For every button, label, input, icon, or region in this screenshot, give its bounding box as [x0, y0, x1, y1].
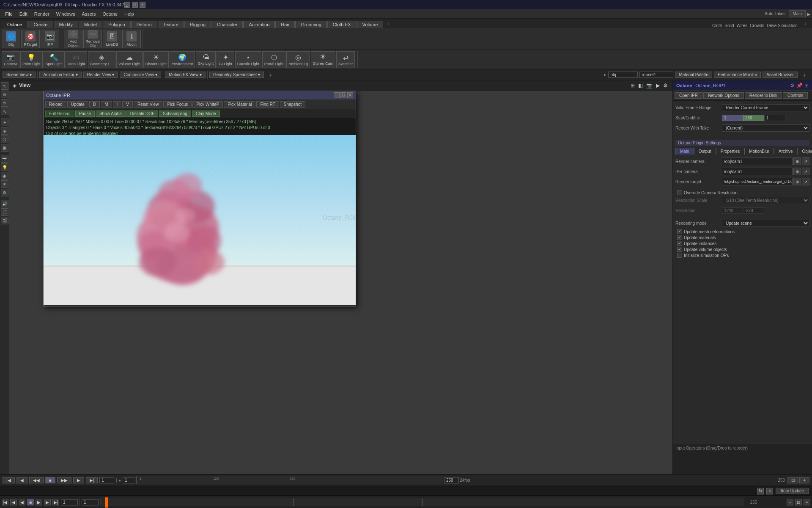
- animation-editor-dropdown[interactable]: Animation Editor ▾: [39, 72, 81, 78]
- resolution-scale-dropdown[interactable]: 1/10 (One Tenth Resolution) 1/2 1/4 Full: [722, 197, 809, 204]
- maximize-button[interactable]: □: [132, 2, 138, 8]
- sidebar-tool3[interactable]: ⬡: [1, 135, 8, 143]
- sidebar-visibility[interactable]: 👁: [1, 180, 8, 188]
- menu-windows[interactable]: Windows: [53, 11, 79, 17]
- tab-polygon[interactable]: Polygon: [103, 21, 131, 28]
- timeline-next-btn[interactable]: ▶: [44, 499, 51, 505]
- sidebar-transform[interactable]: ⊕: [1, 91, 8, 98]
- material-palette-btn[interactable]: Material Palette: [675, 72, 712, 78]
- bottom-stop-btn[interactable]: ■: [45, 477, 55, 483]
- ipr-render-output[interactable]: Octane_ROP1: [44, 135, 356, 305]
- tool-remove-obj[interactable]: ➖ Remove Obj: [83, 30, 102, 48]
- timeline-play-btn[interactable]: ▶: [36, 499, 42, 505]
- view-settings-icon[interactable]: ⚙: [662, 83, 669, 88]
- timeline-stop-btn[interactable]: ■: [27, 499, 34, 505]
- ipr-show-alpha-button[interactable]: Show Alpha: [96, 110, 126, 117]
- timeline-play-back-btn[interactable]: ◀: [19, 499, 25, 505]
- override-camera-res-checkbox[interactable]: [677, 190, 682, 195]
- tl-zoom-out-btn[interactable]: −: [787, 499, 793, 505]
- valid-frame-range-dropdown[interactable]: Render Current Frame Render Frame Range: [722, 104, 809, 111]
- bottom-end-btn[interactable]: ▶|: [86, 477, 98, 483]
- ipr-reload-button[interactable]: Reload: [45, 101, 66, 108]
- resolution-width-input[interactable]: [722, 207, 743, 214]
- timeline-track[interactable]: [100, 498, 743, 506]
- ipr-pick-material-button[interactable]: Pick Material: [224, 101, 255, 108]
- expand-icon[interactable]: ▸: [807, 11, 810, 17]
- rp-expand-icon[interactable]: ⊞: [804, 83, 809, 88]
- start-frame-input[interactable]: [722, 115, 743, 121]
- obj-input[interactable]: [608, 72, 638, 78]
- plugin-tab-motionblur[interactable]: MotionBlur: [744, 148, 774, 155]
- update-volume-checkbox[interactable]: ✓: [677, 247, 682, 252]
- ipr-minimize-button[interactable]: _: [334, 92, 340, 98]
- zoom-fit-btn[interactable]: ⊡: [787, 477, 798, 483]
- render-to-disk-button[interactable]: Render to Disk: [745, 92, 782, 99]
- ipr-pick-focus-button[interactable]: Pick Focus: [163, 101, 192, 108]
- sidebar-tool2[interactable]: ◈: [1, 127, 8, 135]
- ipr-camera-nav-btn[interactable]: ↗: [802, 168, 809, 175]
- ipr-pause-button[interactable]: Pause: [75, 110, 95, 117]
- tool-livedb[interactable]: 🗄 LiveDB: [103, 30, 121, 48]
- tab-texture[interactable]: Texture: [158, 21, 184, 28]
- viewport[interactable]: Octane IPR _ □ × Reload Update D M I V R…: [9, 91, 672, 486]
- asset-browser-btn[interactable]: Asset Browser: [763, 72, 797, 78]
- tl-zoom-fit-btn[interactable]: ⊡: [795, 499, 802, 505]
- add-panel-button[interactable]: +: [799, 71, 809, 79]
- sidebar-rotate[interactable]: ↻: [1, 99, 8, 107]
- rp-pin-icon[interactable]: 📌: [796, 83, 803, 88]
- auto-update-button[interactable]: Auto Update: [776, 488, 809, 494]
- update-materials-checkbox[interactable]: ✓: [677, 235, 682, 240]
- ipr-camera-pick-btn[interactable]: ⊕: [793, 168, 801, 175]
- sidebar-tool5[interactable]: ⚙: [1, 189, 8, 196]
- sidebar-tool8[interactable]: 🎬: [1, 217, 8, 224]
- ipr-reset-view-button[interactable]: Reset View: [134, 101, 162, 108]
- tool-geometry-l[interactable]: ◈ Geometry L...: [88, 51, 115, 68]
- close-button[interactable]: ×: [140, 2, 145, 8]
- network-options-button[interactable]: Network Options: [703, 92, 744, 99]
- tab-grooming[interactable]: Grooming: [295, 21, 326, 28]
- menu-octane[interactable]: Octane: [99, 11, 121, 17]
- tool-gi-light[interactable]: ✦ GI Light: [217, 51, 234, 68]
- ipr-d-button[interactable]: D: [89, 101, 100, 108]
- plugin-tab-properties[interactable]: Properties: [716, 148, 745, 155]
- bottom-start-btn[interactable]: |◀: [3, 477, 15, 483]
- tab-volume[interactable]: Volume: [357, 21, 384, 28]
- add-shelf-button[interactable]: +: [384, 19, 394, 28]
- ipr-close-button[interactable]: ×: [347, 92, 353, 98]
- controls-button[interactable]: Controls: [783, 92, 808, 99]
- sidebar-camera[interactable]: 📷: [1, 155, 8, 163]
- ipr-find-rt-button[interactable]: Find RT: [256, 101, 279, 108]
- tool-environment[interactable]: 🌍 Environment: [170, 51, 195, 68]
- geometry-spreadsheet-dropdown[interactable]: Geometry Spreadsheet ▾: [209, 72, 264, 78]
- bottom-prev-btn[interactable]: ◀: [16, 477, 27, 483]
- resolution-height-input[interactable]: [744, 207, 765, 214]
- open-ipr-button[interactable]: Open IPR: [675, 92, 702, 99]
- timeline-start-btn[interactable]: |◀: [2, 499, 8, 505]
- end-frame-display[interactable]: [444, 477, 459, 483]
- menu-file[interactable]: File: [2, 11, 16, 17]
- tool-add-object[interactable]: ➕ Add Object: [64, 30, 82, 48]
- main-label[interactable]: Main: [789, 10, 806, 17]
- tool-caustic-light[interactable]: ⋆ Caustic Light: [235, 51, 261, 68]
- timeline-prev-btn[interactable]: ◀: [10, 499, 17, 505]
- tab-modify[interactable]: Modify: [54, 21, 78, 28]
- network-input[interactable]: [639, 72, 673, 78]
- render-status-icon[interactable]: ○: [766, 488, 773, 494]
- update-mesh-checkbox[interactable]: ✓: [677, 229, 682, 234]
- tab-model[interactable]: Model: [79, 21, 102, 28]
- view-display-icon[interactable]: ◧: [637, 83, 644, 88]
- composite-view-dropdown[interactable]: Composite View ▾: [120, 72, 161, 78]
- menu-render[interactable]: Render: [31, 11, 53, 17]
- ipr-maximize-button[interactable]: □: [340, 92, 346, 98]
- start-frame-display[interactable]: [123, 477, 135, 483]
- current-frame-input[interactable]: [99, 477, 114, 483]
- tool-rtarget[interactable]: 🎯 RTarget: [21, 30, 40, 48]
- scene-view-dropdown[interactable]: Scene View ▾: [3, 72, 36, 78]
- end-frame-input[interactable]: [743, 115, 764, 121]
- ipr-m-button[interactable]: M: [101, 101, 112, 108]
- refresh-icon[interactable]: ↻: [757, 488, 764, 494]
- tool-point-light[interactable]: 💡 Point Light: [20, 51, 43, 68]
- tl-zoom-in-btn[interactable]: +: [804, 499, 810, 505]
- add-view-button[interactable]: +: [266, 71, 276, 79]
- render-target-pick-btn[interactable]: ⊕: [793, 178, 801, 185]
